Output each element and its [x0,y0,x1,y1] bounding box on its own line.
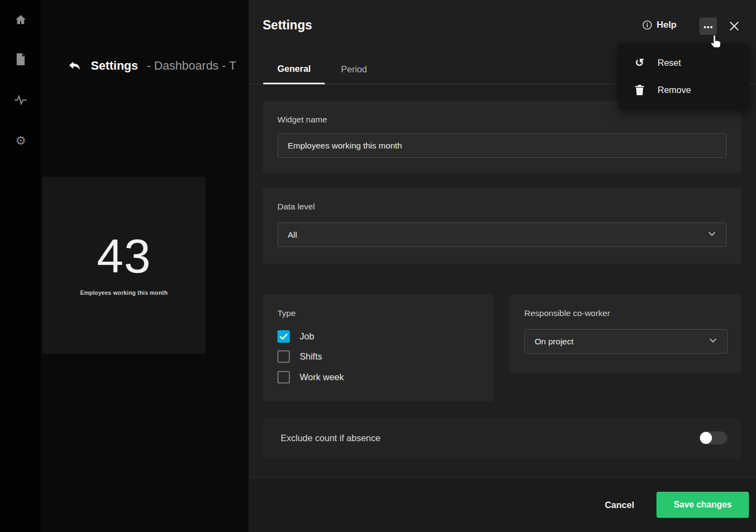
document-icon[interactable] [13,52,28,67]
exclude-card: Exclude count if absence [263,419,741,459]
exclude-toggle[interactable] [699,431,727,444]
gear-icon[interactable]: ⚙ [13,133,28,149]
menu-item-remove-label: Remove [658,85,691,95]
menu-item-reset[interactable]: ↺ Reset [618,49,749,76]
checkbox-checked-icon [277,330,290,343]
cancel-button[interactable]: Cancel [605,493,634,517]
checkbox-unchecked-icon [277,350,290,363]
help-button[interactable]: Help [642,20,677,30]
data-level-value: All [288,230,297,240]
activity-icon[interactable] [13,92,28,108]
breadcrumb-title: Settings [91,59,138,73]
checkbox-shifts[interactable]: Shifts [277,350,322,363]
widget-name-card: Widget name [263,101,741,173]
more-options-menu: ↺ Reset Remove [618,44,749,109]
widget-name-input[interactable] [277,133,727,158]
toggle-knob [700,432,712,444]
widget-value: 43 [42,228,206,284]
responsible-value: On project [535,337,574,347]
menu-item-reset-label: Reset [658,58,681,68]
panel-footer: Cancel Save changes [249,477,756,532]
more-options-button[interactable] [699,17,717,35]
trash-icon [634,84,646,96]
exclude-label: Exclude count if absence [281,433,380,443]
back-arrow-icon[interactable] [68,59,82,73]
page-behind: Settings - Dashboards - T 43 Employees w… [41,0,249,532]
panel-title: Settings [263,18,312,33]
checkbox-work-week[interactable]: Work week [277,371,344,383]
tab-general[interactable]: General [263,54,325,84]
data-level-card: Data level All [263,188,741,264]
sidebar: ⚙ [0,0,41,532]
responsible-card: Responsible co-worker On project [510,294,741,373]
chevron-down-icon [709,336,717,347]
home-icon[interactable] [13,12,28,27]
checkbox-job[interactable]: Job [277,330,314,343]
help-label: Help [656,20,677,30]
data-level-label: Data level [277,202,315,212]
breadcrumb-rest: - Dashboards - T [147,59,237,73]
breadcrumb: Settings - Dashboards - T [68,59,249,73]
type-card: Type Job Shifts Work week [263,294,494,401]
info-icon [642,20,652,30]
chevron-down-icon [708,230,716,240]
app-root: ⚙ Settings - Dashboards - T 43 Employees… [0,0,756,532]
dashboard-widget[interactable]: 43 Employees working this month [42,177,206,354]
ellipsis-icon [703,21,713,31]
checkbox-shifts-label: Shifts [300,351,322,362]
close-icon[interactable] [728,20,741,33]
checkbox-work-week-label: Work week [300,372,344,382]
menu-item-remove[interactable]: Remove [618,76,749,103]
responsible-label: Responsible co-worker [524,308,610,318]
widget-caption: Employees working this month [42,289,206,296]
undo-icon: ↺ [634,57,646,69]
widget-name-label: Widget name [277,115,327,125]
responsible-select[interactable]: On project [524,329,728,354]
checkbox-job-label: Job [300,331,314,342]
tab-period[interactable]: Period [341,54,367,84]
save-changes-button[interactable]: Save changes [656,492,749,518]
checkbox-unchecked-icon [277,371,290,383]
type-label: Type [277,308,296,318]
data-level-select[interactable]: All [277,222,727,247]
